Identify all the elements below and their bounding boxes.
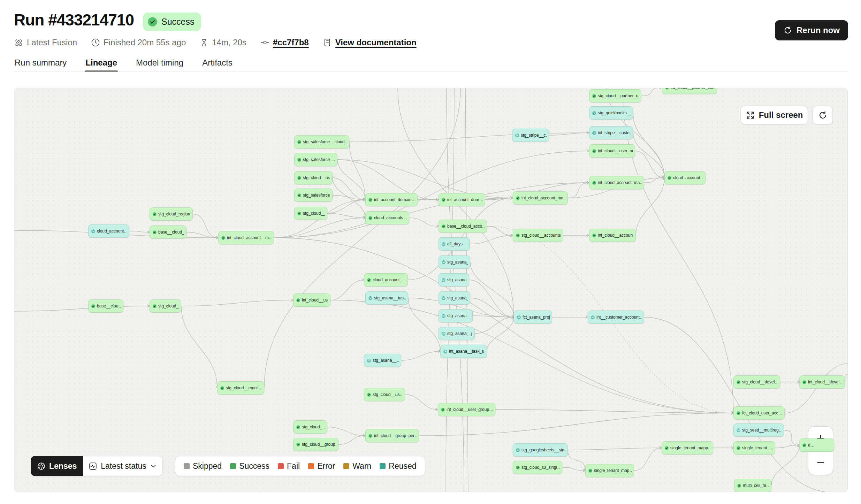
lineage-canvas[interactable]: Full screen Lenses Latest status <box>14 88 848 492</box>
graph-node-n3[interactable]: base__cloud_… <box>150 226 186 239</box>
graph-node-n18[interactable]: stg_cloud__us… <box>364 388 405 401</box>
graph-node-n11[interactable]: stg_cloud__… <box>294 207 327 220</box>
refresh-graph-button[interactable] <box>813 106 833 124</box>
graph-node-n14[interactable]: cloud_account_… <box>364 273 408 287</box>
graph-node-n27[interactable]: stg_asana… <box>439 273 469 287</box>
graph-edge <box>775 445 799 448</box>
fusion-icon <box>14 38 23 47</box>
tab-run-summary[interactable]: Run summary <box>14 54 67 71</box>
graph-node-n47[interactable]: single_tenant_map… <box>585 464 634 477</box>
graph-node-label: cloud_account… <box>673 175 703 180</box>
graph-node-label: stg_cloud__accounts… <box>521 233 561 238</box>
zoom-out-button[interactable]: − <box>808 451 833 475</box>
meta-commit[interactable]: #cc7f7b8 <box>260 38 309 47</box>
tab-lineage[interactable]: Lineage <box>85 54 118 71</box>
graph-edge <box>193 214 218 238</box>
fullscreen-button[interactable]: Full screen <box>740 106 808 124</box>
graph-node-n35[interactable]: stg_cloud__partner_c… <box>589 89 641 102</box>
graph-node-n51[interactable]: int_cloud__devel… <box>799 375 845 389</box>
graph-node-n52[interactable]: fct_cloud_user_acc… <box>733 406 785 420</box>
graph-node-n25[interactable]: all_days <box>439 237 470 251</box>
rerun-now-button[interactable]: Rerun now <box>775 20 848 40</box>
graph-node-n22[interactable]: int_cloud__group_per… <box>365 429 419 442</box>
graph-node-n29[interactable]: stg_asana__… <box>439 309 473 322</box>
graph-node-n32[interactable]: stg_stripe__c… <box>512 129 549 142</box>
graph-node-n36[interactable]: stg_quickbooks__a… <box>589 106 633 120</box>
node-success-icon <box>153 212 157 216</box>
graph-node-n48[interactable]: single_tenant_mapp… <box>662 441 713 455</box>
graph-node-n1[interactable]: cloud_account… <box>88 224 129 238</box>
graph-node-label: d… <box>808 443 815 448</box>
tab-model-timing[interactable]: Model timing <box>135 54 184 71</box>
graph-node-n46[interactable]: stg_cloud_s3_singl… <box>513 461 562 474</box>
graph-node-n15[interactable]: stg_asana__tas… <box>365 291 408 305</box>
graph-node-n55[interactable]: d… <box>799 438 834 452</box>
graph-node-n43[interactable]: fct_asana_proj… <box>514 311 552 324</box>
graph-node-n4[interactable]: int_cloud_account__m… <box>218 231 274 244</box>
graph-node-n16[interactable]: int_cloud__us… <box>293 293 330 307</box>
graph-node-n44[interactable]: int__customer_account… <box>588 311 644 324</box>
graph-node-n40[interactable]: cloud_account… <box>664 171 706 184</box>
view-documentation-link[interactable]: View documentation <box>323 38 417 47</box>
graph-node-n33[interactable]: int_stripe__custo… <box>589 126 633 139</box>
status-filter-dropdown[interactable]: Latest status <box>83 456 162 476</box>
graph-node-n7[interactable]: stg_salesforce__cloud_… <box>294 135 349 148</box>
lenses-button[interactable]: Lenses <box>31 456 83 476</box>
meta-finished: Finished 20m 55s ago <box>91 38 186 47</box>
legend-item: Warn <box>343 461 371 471</box>
graph-edge <box>568 448 662 450</box>
graph-node-label: stg_asana__… <box>447 313 470 318</box>
graph-node-n13[interactable]: cloud_accounts_… <box>365 211 409 224</box>
graph-node-n56[interactable]: int_cloud__user_group… <box>438 403 495 416</box>
graph-node-n2[interactable]: stg_cloud_region… <box>150 207 193 221</box>
graph-node-n50[interactable]: stg_cloud__devel… <box>733 375 780 389</box>
graph-node-n5[interactable]: base__clou… <box>88 299 123 313</box>
graph-node-label: stg_seed__multireg… <box>742 428 782 433</box>
graph-node-label: int_cloud__partner_con… <box>671 88 715 90</box>
node-reused-icon <box>442 296 445 300</box>
graph-node-n10[interactable]: stg_salesforce… <box>294 189 333 202</box>
graph-edge <box>487 226 513 235</box>
tab-artifacts[interactable]: Artifacts <box>201 54 233 71</box>
graph-node-n39[interactable]: int_cloud_account_ma… <box>589 176 644 189</box>
graph-node-n20[interactable]: stg_cloud_… <box>293 420 327 434</box>
graph-node-n45[interactable]: stg_googlesheets__sin… <box>513 443 568 457</box>
graph-node-label: stg_asana__… <box>373 358 399 363</box>
node-success-icon <box>592 181 596 185</box>
graph-node-n41[interactable]: stg_cloud__accounts… <box>513 229 563 242</box>
graph-node-n6[interactable]: stg_cloud__… <box>150 299 181 313</box>
graph-node-n17[interactable]: stg_asana__… <box>364 354 401 367</box>
legend-label: Skipped <box>193 461 222 471</box>
graph-node-n12[interactable]: int_account_domain… <box>365 193 418 206</box>
hourglass-icon <box>200 38 208 47</box>
graph-node-n38[interactable]: int_cloud_account_ma… <box>513 191 568 205</box>
graph-node-n31[interactable]: int_asana__task_s… <box>440 345 487 358</box>
rerun-icon <box>783 26 792 35</box>
graph-node-n19[interactable]: stg_cloud__email… <box>217 381 264 395</box>
graph-node-label: int_account_dom… <box>447 197 483 202</box>
node-reused-icon <box>91 229 95 233</box>
graph-node-n54[interactable]: multi_cell_m… <box>734 479 771 492</box>
lenses-bar: Lenses Latest status <box>31 456 163 476</box>
graph-node-n49[interactable]: single_tenant_… <box>733 441 775 455</box>
graph-edge <box>337 160 365 200</box>
graph-node-label: stg_cloud__… <box>158 304 179 308</box>
graph-node-n24[interactable]: base__cloud_acco… <box>439 220 487 233</box>
graph-node-n8[interactable]: stg_salesforce_… <box>294 153 337 166</box>
graph-node-label: stg_cloud_s3_singl… <box>521 465 560 470</box>
graph-node-n53[interactable]: stg_seed__multireg… <box>733 423 784 437</box>
graph-node-n37[interactable]: int_cloud__partner_con… <box>662 88 717 94</box>
graph-node-n34[interactable]: int_cloud__user_ac… <box>589 144 635 158</box>
graph-node-n23[interactable]: int_account_dom… <box>439 193 485 206</box>
graph-node-n9[interactable]: stg_cloud__us… <box>294 171 333 184</box>
node-reused-icon <box>442 278 445 282</box>
meta-duration: 14m, 20s <box>200 38 246 47</box>
node-success-icon <box>221 236 225 240</box>
graph-node-n30[interactable]: stg_asana__pr… <box>439 327 475 340</box>
commit-link: #cc7f7b8 <box>273 38 309 47</box>
graph-node-n26[interactable]: stg_asana_… <box>439 255 470 269</box>
graph-node-n21[interactable]: stg_cloud__group… <box>293 438 338 451</box>
graph-node-n28[interactable]: stg_asana_… <box>439 291 470 305</box>
graph-node-n42[interactable]: int_cloud__accoun… <box>589 229 636 242</box>
graph-node-label: stg_salesforce_… <box>303 157 335 162</box>
